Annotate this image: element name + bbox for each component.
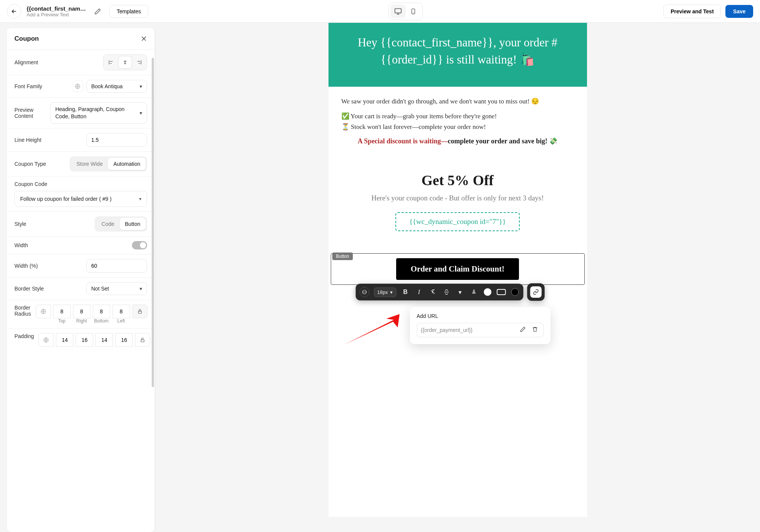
- url-delete-button[interactable]: [530, 326, 539, 334]
- br-left-input[interactable]: [113, 305, 130, 318]
- mobile-view-button[interactable]: [406, 5, 421, 18]
- templates-button[interactable]: Templates: [109, 5, 148, 18]
- url-popover: Add URL {{order_payment_url}}: [410, 307, 551, 344]
- toolbar-text-color[interactable]: [469, 287, 478, 297]
- panel-title: Coupon: [14, 35, 39, 43]
- font-family-label: Font Family: [14, 83, 42, 89]
- close-panel-button[interactable]: ✕: [141, 34, 147, 43]
- line-height-input[interactable]: [86, 133, 147, 147]
- button-block[interactable]: Button Order and Claim Discount! 18px▾ B…: [328, 253, 587, 300]
- desktop-view-button[interactable]: [390, 5, 406, 18]
- subject-line: {{contact_first_nam…: [27, 5, 86, 12]
- hero-heading[interactable]: Hey {{contact_first_name}}, your order #…: [344, 34, 572, 68]
- line-height-label: Line Height: [14, 137, 41, 143]
- coupon-code-select[interactable]: Follow up coupon for failed order ( #9 )…: [14, 191, 147, 207]
- br-bottom-input[interactable]: [93, 305, 110, 318]
- width-toggle[interactable]: [132, 241, 147, 249]
- font-family-select[interactable]: Book Antiqua ▾: [86, 80, 147, 93]
- alignment-label: Alignment: [14, 59, 38, 65]
- pd-right-input[interactable]: [76, 333, 93, 347]
- style-button-option[interactable]: Button: [120, 218, 146, 230]
- preview-content-select[interactable]: Heading, Paragraph, Coupon Code, Button …: [50, 102, 147, 124]
- toolbar-pill-outline[interactable]: [497, 287, 506, 297]
- edit-subject-button[interactable]: [91, 5, 104, 18]
- font-apply-scope-icon[interactable]: [72, 81, 83, 92]
- chevron-down-icon: ▾: [139, 196, 141, 202]
- style-segmented: Code Button: [95, 216, 147, 232]
- padding-label: Padding: [14, 333, 34, 339]
- br-lock-button[interactable]: [132, 305, 148, 318]
- align-right-button[interactable]: [132, 56, 146, 69]
- chevron-down-icon: ▾: [140, 110, 142, 116]
- border-style-label: Border Style: [14, 286, 44, 292]
- toolbar-fill-white[interactable]: [483, 287, 492, 297]
- toolbar-scope-icon[interactable]: [359, 287, 369, 297]
- back-button[interactable]: [7, 4, 21, 19]
- body-paragraph-3[interactable]: ⏳ Stock won't last forever—complete your…: [341, 122, 574, 132]
- block-type-tag: Button: [332, 253, 353, 260]
- device-switcher: [389, 3, 423, 20]
- preview-text-placeholder[interactable]: Add a Preview Text: [27, 12, 86, 17]
- coupon-heading[interactable]: Get 5% Off: [340, 172, 576, 189]
- toolbar-bold[interactable]: B: [401, 287, 410, 297]
- border-radius-inputs: Top Right Bottom Left: [36, 305, 148, 324]
- width-percent-label: Width (%): [14, 263, 38, 269]
- body-paragraph-1[interactable]: We saw your order didn't go through, and…: [341, 97, 574, 106]
- toolbar-clear-format[interactable]: [428, 287, 437, 297]
- width-percent-input[interactable]: [86, 259, 147, 273]
- radius-scope-icon[interactable]: [36, 305, 51, 318]
- chevron-down-icon: ▾: [390, 289, 393, 295]
- svg-rect-4: [138, 311, 141, 313]
- cta-button[interactable]: Order and Claim Discount!: [396, 258, 519, 280]
- padding-inputs: [38, 333, 150, 347]
- body-paragraph-2[interactable]: ✅ Your cart is ready—grab your items bef…: [341, 111, 574, 121]
- chevron-down-icon: ▾: [140, 83, 142, 89]
- url-popover-value[interactable]: {{order_payment_url}}: [421, 327, 515, 333]
- block-settings-panel: Coupon ✕ Alignment Font Family: [7, 28, 155, 532]
- svg-rect-6: [141, 340, 144, 342]
- panel-scrollbar[interactable]: [152, 58, 154, 387]
- preview-content-label: Preview Content: [14, 107, 46, 119]
- email-canvas[interactable]: Hey {{contact_first_name}}, your order #…: [328, 23, 587, 517]
- br-right-input[interactable]: [73, 305, 90, 318]
- coupon-code-label: Coupon Code: [14, 181, 147, 187]
- url-edit-button[interactable]: [518, 326, 527, 334]
- br-top-input[interactable]: [53, 305, 71, 318]
- toolbar-italic[interactable]: I: [414, 287, 424, 297]
- coupon-type-label: Coupon Type: [14, 161, 46, 167]
- alignment-segmented-control: [103, 54, 147, 70]
- toolbar-font-size[interactable]: 18px▾: [374, 287, 396, 297]
- svg-rect-0: [395, 8, 401, 13]
- save-button[interactable]: Save: [725, 5, 753, 18]
- coupon-type-automation[interactable]: Automation: [108, 158, 146, 170]
- preview-and-test-button[interactable]: Preview and Test: [663, 5, 721, 18]
- coupon-code-box[interactable]: {{wc_dynamic_coupon id="7"}}: [395, 212, 519, 231]
- chevron-down-icon: ▾: [140, 286, 142, 292]
- highlight-line[interactable]: A Special discount is waiting—complete y…: [341, 137, 574, 145]
- coupon-type-store-wide[interactable]: Store Wide: [71, 158, 108, 170]
- coupon-subheading[interactable]: Here's your coupon code - But offer is o…: [340, 194, 576, 202]
- width-label: Width: [14, 242, 28, 248]
- pd-lock-button[interactable]: [135, 333, 150, 347]
- padding-scope-icon[interactable]: [38, 333, 54, 347]
- border-radius-label: Border Radius: [14, 305, 31, 317]
- text-toolbar: 18px▾ B I ▾: [355, 284, 523, 300]
- style-label: Style: [14, 221, 26, 227]
- pd-top-input[interactable]: [56, 333, 73, 347]
- annotation-arrow: [341, 306, 405, 348]
- toolbar-strike[interactable]: [442, 287, 451, 297]
- pd-bottom-input[interactable]: [95, 333, 113, 347]
- border-style-select[interactable]: Not Set ▾: [86, 282, 147, 295]
- url-popover-label: Add URL: [417, 313, 544, 319]
- align-left-button[interactable]: [105, 56, 118, 69]
- style-code-option[interactable]: Code: [96, 218, 119, 230]
- coupon-type-segmented: Store Wide Automation: [70, 156, 147, 172]
- toolbar-link-button[interactable]: [527, 283, 544, 301]
- toolbar-more[interactable]: ▾: [455, 287, 465, 297]
- align-center-button[interactable]: [118, 56, 132, 69]
- toolbar-fill-black[interactable]: [510, 287, 519, 297]
- pd-left-input[interactable]: [115, 333, 133, 347]
